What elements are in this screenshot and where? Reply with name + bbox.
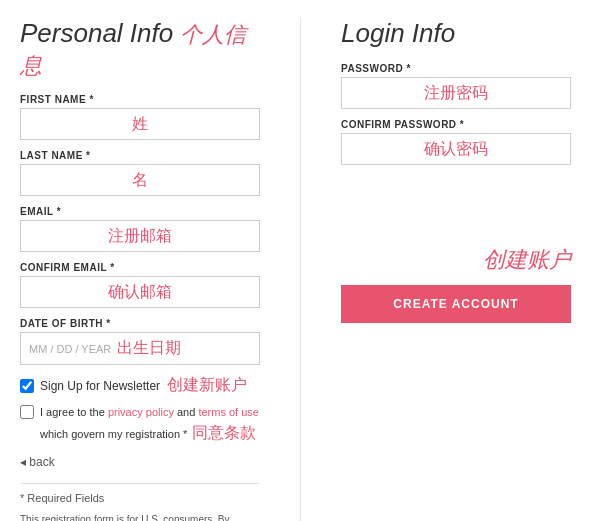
personal-info-title-en: Personal Info <box>20 18 173 48</box>
newsletter-row: Sign Up for Newsletter 创建新账户 <box>20 375 260 396</box>
separator <box>20 483 260 484</box>
last-name-input[interactable] <box>20 164 260 196</box>
personal-info-title: Personal Info 个人信息 <box>20 18 260 80</box>
first-name-field: FIRST NAME * <box>20 94 260 140</box>
first-name-input[interactable] <box>20 108 260 140</box>
confirm-password-input[interactable] <box>341 133 571 165</box>
privacy-checkbox[interactable] <box>20 405 34 419</box>
newsletter-checkbox[interactable] <box>20 379 34 393</box>
privacy-text: I agree to the privacy policy and terms … <box>40 404 260 445</box>
confirm-password-label: CONFIRM PASSWORD * <box>341 119 571 130</box>
dob-field: DATE OF BIRTH * MM / DD / YEAR 出生日期 <box>20 318 260 365</box>
password-label: PASSWORD * <box>341 63 571 74</box>
footer-text: This registration form is for U.S. consu… <box>20 512 260 521</box>
create-account-button[interactable]: CREATE ACCOUNT <box>341 285 571 323</box>
create-account-section: 创建账户 CREATE ACCOUNT <box>341 245 571 323</box>
back-link[interactable]: back <box>20 455 260 469</box>
dob-placeholder: MM / DD / YEAR <box>29 343 111 355</box>
confirm-email-label: CONFIRM EMAIL * <box>20 262 260 273</box>
confirm-email-input[interactable] <box>20 276 260 308</box>
last-name-field: LAST NAME * <box>20 150 260 196</box>
dob-label: DATE OF BIRTH * <box>20 318 260 329</box>
right-column: Login Info PASSWORD * CONFIRM PASSWORD *… <box>341 18 571 521</box>
privacy-row: I agree to the privacy policy and terms … <box>20 404 260 445</box>
email-label: EMAIL * <box>20 206 260 217</box>
password-field: PASSWORD * <box>341 63 571 109</box>
dob-chinese: 出生日期 <box>117 338 181 359</box>
bottom-section: back * Required Fields This registration… <box>20 455 260 521</box>
dob-input-row[interactable]: MM / DD / YEAR 出生日期 <box>20 332 260 365</box>
confirm-password-field: CONFIRM PASSWORD * <box>341 119 571 165</box>
first-name-label: FIRST NAME * <box>20 94 260 105</box>
required-note: * Required Fields <box>20 492 260 504</box>
vertical-divider <box>300 18 301 521</box>
email-input[interactable] <box>20 220 260 252</box>
privacy-policy-link[interactable]: privacy policy <box>108 406 174 418</box>
create-account-chinese: 创建账户 <box>341 245 571 275</box>
terms-of-use-link[interactable]: terms of use <box>198 406 259 418</box>
email-field: EMAIL * <box>20 206 260 252</box>
last-name-label: LAST NAME * <box>20 150 260 161</box>
password-input[interactable] <box>341 77 571 109</box>
login-info-title: Login Info <box>341 18 571 49</box>
confirm-email-field: CONFIRM EMAIL * <box>20 262 260 308</box>
login-info-title-en: Login Info <box>341 18 455 48</box>
newsletter-label: Sign Up for Newsletter 创建新账户 <box>40 375 247 396</box>
